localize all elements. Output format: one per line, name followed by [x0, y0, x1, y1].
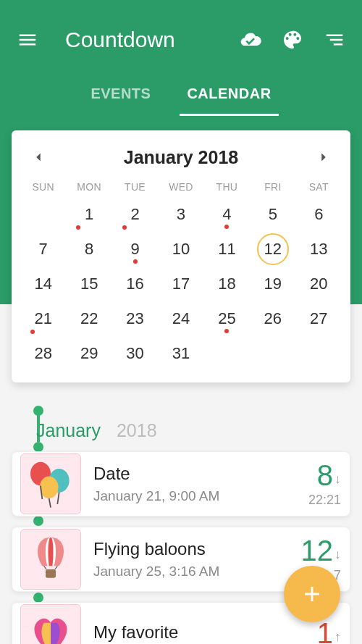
- arrow-down-icon: ↓: [334, 472, 341, 485]
- calendar-day[interactable]: 3: [158, 197, 203, 232]
- chevron-left-icon[interactable]: [28, 146, 49, 168]
- svg-rect-3: [46, 569, 56, 578]
- calendar-day[interactable]: 10: [158, 232, 203, 267]
- calendar-day[interactable]: 28: [20, 336, 66, 371]
- arrow-down-icon: ↓: [334, 548, 341, 561]
- calendar-grid: 1234567891011121314151617181920212223242…: [20, 197, 342, 371]
- add-event-fab[interactable]: [284, 566, 340, 622]
- heart-icon: [20, 604, 81, 644]
- svg-line-5: [55, 566, 58, 569]
- calendar-month-title: January 2018: [124, 147, 238, 168]
- calendar-day[interactable]: 7: [20, 232, 66, 267]
- list-month-header: January 2018: [12, 420, 350, 441]
- menu-icon[interactable]: [13, 25, 42, 54]
- calendar-day[interactable]: 21: [20, 301, 66, 336]
- cloud-check-icon[interactable]: [236, 25, 265, 54]
- svg-point-2: [40, 477, 59, 498]
- calendar-weekday: WED: [158, 181, 203, 193]
- filter-list-icon[interactable]: [320, 25, 349, 54]
- event-countdown: 8↓: [317, 461, 341, 490]
- hotair-icon: [20, 529, 81, 590]
- list-item[interactable]: DateJanuary 21, 9:00 AM8↓22:21: [12, 451, 350, 517]
- calendar-day[interactable]: 30: [112, 336, 158, 371]
- calendar-day[interactable]: 29: [66, 336, 111, 371]
- calendar-weekday: THU: [204, 181, 250, 193]
- calendar-day[interactable]: 13: [296, 232, 342, 267]
- palette-icon[interactable]: [278, 25, 307, 54]
- arrow-up-icon: ↑: [334, 630, 341, 643]
- top-bar: Countdown: [0, 0, 362, 80]
- calendar-day[interactable]: 4: [204, 197, 250, 232]
- calendar-day[interactable]: 12: [250, 232, 295, 267]
- tab-bar: EVENTS CALENDAR: [0, 80, 362, 116]
- calendar-day[interactable]: 18: [204, 267, 250, 301]
- tab-events[interactable]: EVENTS: [83, 80, 158, 116]
- event-subtitle: January 21, 9:00 AM: [93, 488, 298, 504]
- event-subtitle: January 25, 3:16 AM: [93, 564, 291, 580]
- event-title: Date: [93, 464, 298, 484]
- calendar-weekday: SAT: [296, 181, 342, 193]
- list-month-year: 2018: [117, 420, 157, 441]
- calendar-day[interactable]: 22: [66, 301, 111, 336]
- calendar-weekday: FRI: [250, 181, 295, 193]
- balloons-icon: [20, 453, 81, 514]
- calendar-header: January 2018: [20, 143, 342, 181]
- calendar-day[interactable]: 25: [204, 301, 250, 336]
- calendar-day[interactable]: 27: [296, 301, 342, 336]
- calendar-day[interactable]: 15: [66, 267, 111, 301]
- event-title: Flying baloons: [93, 539, 291, 559]
- calendar-weekday: SUN: [20, 181, 66, 193]
- calendar-weekday-row: SUNMONTUEWEDTHUFRISAT: [20, 181, 342, 197]
- calendar-day[interactable]: 8: [66, 232, 111, 267]
- calendar-day[interactable]: 20: [296, 267, 342, 301]
- calendar-day[interactable]: 24: [158, 301, 203, 336]
- event-time: 22:21: [308, 493, 341, 508]
- event-countdown: 1↑: [317, 619, 341, 644]
- calendar-day[interactable]: 5: [250, 197, 295, 232]
- calendar-weekday: MON: [66, 181, 111, 193]
- app-title: Countdown: [65, 28, 175, 52]
- list-month-name: January: [36, 420, 101, 441]
- calendar-card: January 2018 SUNMONTUEWEDTHUFRISAT 12345…: [12, 130, 350, 382]
- chevron-right-icon[interactable]: [313, 146, 334, 168]
- calendar-day[interactable]: 26: [250, 301, 295, 336]
- plus-icon: [300, 582, 324, 606]
- calendar-weekday: TUE: [112, 181, 158, 193]
- calendar-day[interactable]: 17: [158, 267, 203, 301]
- calendar-day[interactable]: 23: [112, 301, 158, 336]
- calendar-day[interactable]: 19: [250, 267, 295, 301]
- calendar-day[interactable]: 9: [112, 232, 158, 267]
- tab-calendar[interactable]: CALENDAR: [180, 80, 278, 116]
- event-title: My favorite: [93, 622, 307, 643]
- calendar-day[interactable]: 11: [204, 232, 250, 267]
- calendar-day[interactable]: 2: [112, 197, 158, 232]
- calendar-day[interactable]: 6: [296, 197, 342, 232]
- calendar-day[interactable]: 31: [158, 336, 203, 371]
- calendar-day[interactable]: 14: [20, 267, 66, 301]
- svg-line-4: [44, 566, 47, 569]
- calendar-day[interactable]: 16: [112, 267, 158, 301]
- calendar-day[interactable]: 1: [66, 197, 111, 232]
- event-countdown: 12↓: [301, 536, 342, 565]
